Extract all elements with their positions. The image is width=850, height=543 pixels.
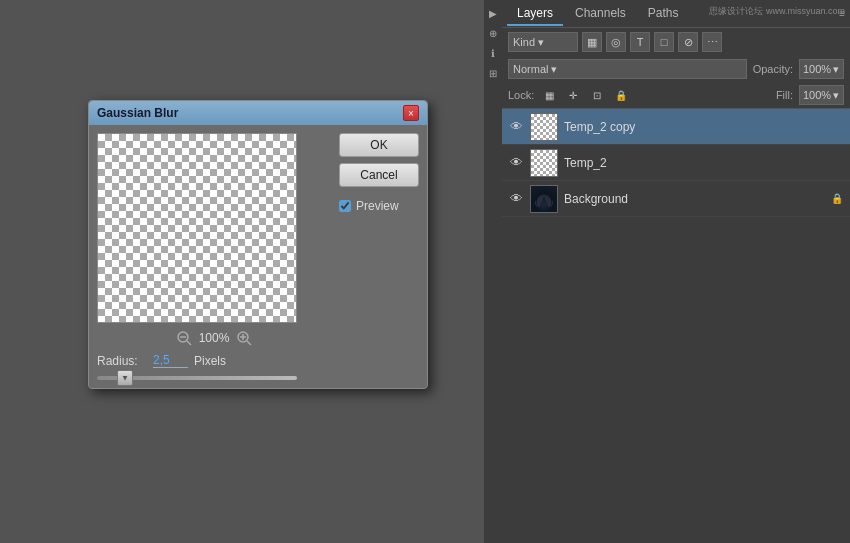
dialog-content: 100% Radius: Pix (97, 133, 419, 380)
lock-position-btn[interactable]: ✛ (564, 86, 582, 104)
blend-row: Normal ▾ Opacity: 100% ▾ (502, 56, 850, 82)
fill-value-text: 100% (803, 89, 831, 101)
layer-thumbnail (530, 185, 558, 213)
watermark: 思缘设计论坛 www.missyuan.com (709, 5, 845, 18)
svg-line-4 (247, 341, 251, 345)
lock-all-btn[interactable]: 🔒 (612, 86, 630, 104)
preview-checkbox[interactable] (339, 200, 351, 212)
layers-panel: Layers Channels Paths ≡ 思缘设计论坛 www.missy… (502, 0, 850, 543)
kind-label: Kind (513, 36, 535, 48)
layer-visibility-toggle[interactable]: 👁 (508, 191, 524, 207)
zoom-row: 100% (97, 329, 331, 347)
slider-thumb[interactable] (117, 370, 133, 386)
tool-layers-ctrl[interactable]: ⊞ (485, 65, 501, 81)
radius-unit: Pixels (194, 354, 226, 368)
layer-thumb-image (531, 186, 557, 212)
radius-row: Radius: Pixels (97, 353, 331, 368)
kind-chevron-icon: ▾ (538, 36, 544, 49)
layer-thumbnail (530, 149, 558, 177)
lock-pixels-btn[interactable]: ▦ (540, 86, 558, 104)
layer-name: Temp_2 (564, 156, 844, 170)
lock-artboard-btn[interactable]: ⊡ (588, 86, 606, 104)
zoom-in-button[interactable] (235, 329, 253, 347)
opacity-chevron-icon: ▾ (833, 63, 839, 76)
layers-list: 👁 Temp_2 copy 👁 Temp_2 👁 (502, 109, 850, 543)
cancel-button[interactable]: Cancel (339, 163, 419, 187)
layer-visibility-toggle[interactable]: 👁 (508, 119, 524, 135)
ok-button[interactable]: OK (339, 133, 419, 157)
layer-item[interactable]: 👁 Temp_2 copy (502, 109, 850, 145)
slider-track[interactable] (97, 376, 297, 380)
zoom-value: 100% (199, 331, 230, 345)
preview-label: Preview (356, 199, 399, 213)
filter-more-icon[interactable]: ⋯ (702, 32, 722, 52)
lock-row: Lock: ▦ ✛ ⊡ 🔒 Fill: 100% ▾ (502, 82, 850, 109)
preview-area: 100% Radius: Pix (97, 133, 331, 380)
tool-info[interactable]: ℹ (485, 45, 501, 61)
kind-dropdown[interactable]: Kind ▾ (508, 32, 578, 52)
layer-name: Background (564, 192, 824, 206)
tool-arrow[interactable]: ▶ (485, 5, 501, 21)
filter-type-icon[interactable]: T (630, 32, 650, 52)
fill-label: Fill: (776, 89, 793, 101)
left-toolbar: ▶ ⊕ ℹ ⊞ (484, 0, 502, 543)
opacity-input[interactable]: 100% ▾ (799, 59, 844, 79)
preview-check-row: Preview (339, 199, 419, 213)
slider-row (97, 376, 331, 380)
tab-layers[interactable]: Layers (507, 2, 563, 26)
gaussian-blur-dialog[interactable]: Gaussian Blur × (88, 100, 428, 389)
tool-view[interactable]: ⊕ (485, 25, 501, 41)
layer-name: Temp_2 copy (564, 120, 844, 134)
lock-label: Lock: (508, 89, 534, 101)
filter-smart-icon[interactable]: ⊘ (678, 32, 698, 52)
blend-chevron-icon: ▾ (551, 63, 557, 76)
dialog-buttons: OK Cancel Preview (339, 133, 419, 380)
dialog-close-button[interactable]: × (403, 105, 419, 121)
filter-adjust-icon[interactable]: ◎ (606, 32, 626, 52)
opacity-label: Opacity: (753, 63, 793, 75)
dialog-title: Gaussian Blur (97, 106, 178, 120)
opacity-value-text: 100% (803, 63, 831, 75)
preview-box (97, 133, 297, 323)
dialog-body: 100% Radius: Pix (89, 125, 427, 388)
layer-item[interactable]: 👁 Background 🔒 (502, 181, 850, 217)
layer-thumb-checker (531, 114, 557, 140)
filter-shape-icon[interactable]: □ (654, 32, 674, 52)
fill-chevron-icon: ▾ (833, 89, 839, 102)
radius-label: Radius: (97, 354, 147, 368)
layer-lock-icon: 🔒 (830, 192, 844, 206)
layer-visibility-toggle[interactable]: 👁 (508, 155, 524, 171)
svg-line-1 (187, 341, 191, 345)
layer-thumb-checker (531, 150, 557, 176)
blend-mode-label: Normal (513, 63, 548, 75)
layer-thumbnail (530, 113, 558, 141)
tab-paths[interactable]: Paths (638, 2, 689, 26)
search-row: Kind ▾ ▦ ◎ T □ ⊘ ⋯ (502, 28, 850, 56)
layer-item[interactable]: 👁 Temp_2 (502, 145, 850, 181)
filter-pixel-icon[interactable]: ▦ (582, 32, 602, 52)
tabs-row: Layers Channels Paths ≡ 思缘设计论坛 www.missy… (502, 0, 850, 28)
zoom-out-button[interactable] (175, 329, 193, 347)
dialog-titlebar: Gaussian Blur × (89, 101, 427, 125)
fill-input[interactable]: 100% ▾ (799, 85, 844, 105)
tab-channels[interactable]: Channels (565, 2, 636, 26)
radius-input[interactable] (153, 353, 188, 368)
blend-mode-dropdown[interactable]: Normal ▾ (508, 59, 747, 79)
